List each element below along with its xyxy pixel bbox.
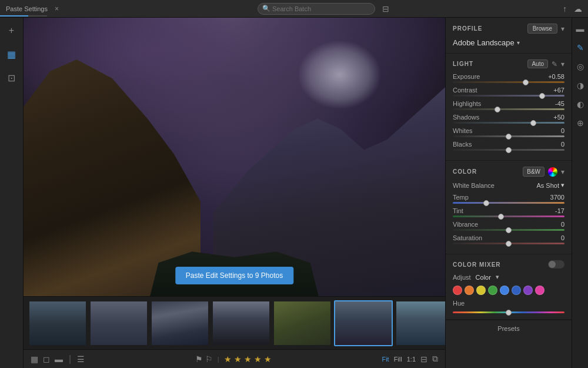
photo-background [24, 18, 445, 296]
contrast-value: +67 [553, 87, 564, 94]
cloud-icon[interactable]: ☁ [574, 4, 582, 14]
filmstrip-thumb-5[interactable] [273, 300, 332, 346]
adjust-row: Adjust Color ▾ [453, 273, 564, 281]
temp-track[interactable] [453, 202, 564, 204]
white-balance-label: White Balance [453, 182, 495, 189]
profile-name[interactable]: Adobe Landscape ▾ [453, 38, 564, 47]
filmstrip-thumb-1[interactable] [28, 300, 87, 346]
paste-tooltip[interactable]: Paste Edit Settings to 9 Photos [175, 267, 293, 284]
top-bar: Paste Settings × 🔍 ⊟ ↑ ☁ [0, 0, 588, 18]
orange-dot[interactable] [465, 286, 474, 295]
reject-icon[interactable]: ⚐ [205, 354, 213, 364]
auto-button[interactable]: Auto [527, 59, 548, 68]
shadows-track[interactable] [453, 122, 564, 124]
color-grading-icon[interactable]: ◐ [574, 98, 587, 111]
filmstrip-thumb-2[interactable] [89, 300, 148, 346]
color-wheel-icon[interactable] [548, 167, 557, 177]
blacks-track[interactable] [453, 149, 564, 151]
star-3[interactable]: ★ [244, 354, 252, 364]
contrast-thumb[interactable] [539, 93, 545, 99]
edit-icon[interactable]: ✎ [574, 41, 587, 54]
contrast-track[interactable] [453, 95, 564, 97]
top-bar-left: Paste Settings × [6, 5, 123, 13]
square-view-button[interactable]: ◻ [43, 354, 50, 364]
compare-icon[interactable]: ⊟ [420, 354, 427, 364]
filmstrip-thumb-6[interactable] [334, 300, 393, 346]
white-balance-row: White Balance As Shot ▾ [453, 181, 564, 189]
detail-icon[interactable]: ◎ [574, 60, 587, 73]
presets-tab[interactable]: Presets [446, 320, 572, 337]
before-after-icon[interactable]: ⧉ [432, 354, 438, 364]
upload-icon[interactable]: ↑ [563, 4, 567, 14]
browse-button[interactable]: Browse [527, 24, 557, 34]
lens-icon[interactable]: ◑ [574, 79, 587, 92]
exposure-track[interactable] [453, 81, 564, 83]
center-area: Paste Edit Settings to 9 Photos ▦ ◻ ▬ | … [24, 18, 445, 368]
exposure-thumb[interactable] [523, 79, 529, 85]
search-input[interactable] [258, 3, 375, 15]
color-mixer-toggle[interactable] [548, 260, 564, 268]
profile-title: PROFILE [453, 25, 482, 32]
whites-track[interactable] [453, 135, 564, 137]
purple-dot[interactable] [523, 286, 533, 295]
right-panel: PROFILE Browse ▾ Adobe Landscape ▾ LIGHT… [445, 18, 572, 368]
highlights-value: -45 [555, 100, 564, 107]
grid-view-icon[interactable]: ▦ [4, 46, 20, 62]
blacks-label: Blacks [453, 141, 472, 148]
temp-thumb[interactable] [483, 200, 489, 206]
sort-icon[interactable]: ☰ [77, 354, 85, 364]
zoom-fill[interactable]: Fill [394, 356, 402, 363]
edit-pencil-icon[interactable]: ✎ [552, 60, 557, 68]
blacks-thumb[interactable] [506, 147, 512, 153]
shadows-thumb[interactable] [530, 120, 536, 126]
crop-icon[interactable]: ⊡ [4, 69, 20, 86]
blue-dot[interactable] [512, 286, 521, 295]
calibration-icon[interactable]: ⊕ [574, 117, 587, 130]
zoom-1-1[interactable]: 1:1 [407, 356, 416, 363]
light-chevron-icon[interactable]: ▾ [561, 60, 564, 68]
white-balance-value[interactable]: As Shot ▾ [536, 181, 564, 189]
green-dot[interactable] [488, 286, 497, 295]
add-button[interactable]: + [4, 22, 20, 39]
tint-track[interactable] [453, 216, 564, 217]
vibrance-slider-row: Vibrance 0 [453, 221, 564, 231]
tint-thumb[interactable] [498, 214, 504, 220]
presets-label: Presets [497, 325, 519, 332]
star-5[interactable]: ★ [264, 354, 272, 364]
flag-icon[interactable]: ⚑ [195, 354, 203, 364]
list-view-button[interactable]: ▬ [55, 354, 63, 364]
highlights-label: Highlights [453, 100, 481, 107]
main-image-area: Paste Edit Settings to 9 Photos [24, 18, 445, 296]
color-mixer-chevron[interactable]: ▾ [496, 273, 499, 281]
grid-view-button[interactable]: ▦ [31, 354, 38, 364]
histogram-icon[interactable]: ▬ [574, 22, 587, 35]
vibrance-thumb[interactable] [506, 227, 512, 233]
light-controls: Auto ✎ ▾ [527, 59, 564, 68]
saturation-track[interactable] [453, 243, 564, 244]
star-4[interactable]: ★ [254, 354, 262, 364]
light-header: LIGHT Auto ✎ ▾ [453, 59, 564, 68]
hue-thumb[interactable] [506, 310, 512, 316]
hue-track[interactable] [453, 311, 564, 313]
star-2[interactable]: ★ [234, 354, 242, 364]
highlights-track[interactable] [453, 108, 564, 110]
saturation-thumb[interactable] [506, 241, 512, 247]
thumb-bg-7 [396, 301, 445, 345]
star-1[interactable]: ★ [224, 354, 232, 364]
yellow-dot[interactable] [476, 286, 486, 295]
magenta-dot[interactable] [535, 286, 544, 295]
filmstrip-thumb-4[interactable] [212, 300, 270, 346]
bw-button[interactable]: B&W [523, 167, 544, 177]
close-button[interactable]: × [55, 5, 59, 13]
filmstrip-thumb-3[interactable] [151, 300, 209, 346]
color-chevron-icon[interactable]: ▾ [561, 168, 564, 176]
profile-chevron-icon[interactable]: ▾ [561, 25, 564, 33]
whites-thumb[interactable] [506, 134, 512, 140]
zoom-fit[interactable]: Fit [382, 356, 389, 363]
filmstrip-thumb-7[interactable] [395, 300, 445, 346]
vibrance-track[interactable] [453, 229, 564, 231]
aqua-dot[interactable] [500, 286, 509, 295]
highlights-thumb[interactable] [495, 107, 500, 112]
red-dot[interactable] [453, 286, 462, 295]
filter-icon[interactable]: ⊟ [382, 4, 389, 14]
